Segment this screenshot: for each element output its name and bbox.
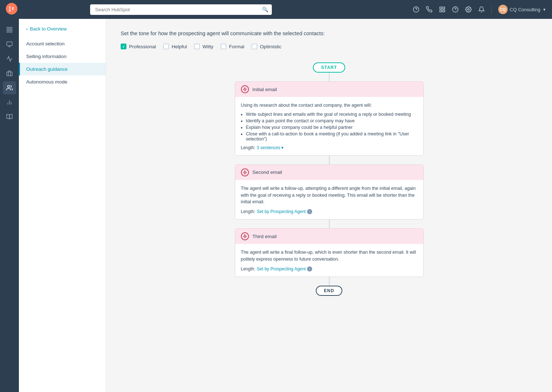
- tone-option-helpful[interactable]: Helpful: [163, 44, 187, 49]
- nav-divider: [491, 5, 492, 14]
- sidebar-item-outreach-guidance[interactable]: Outreach guidance: [19, 63, 106, 75]
- sidebar-icon-sales[interactable]: [3, 67, 16, 80]
- start-badge: START: [313, 62, 345, 73]
- end-badge: END: [316, 286, 342, 296]
- chevron-down-icon: ▼: [543, 8, 546, 12]
- svg-marker-24: [243, 87, 246, 91]
- third-email-info-icon[interactable]: i: [307, 266, 312, 271]
- tone-option-optimistic[interactable]: Optimistic: [251, 44, 281, 49]
- tone-option-professional[interactable]: Professional: [121, 44, 156, 49]
- sidebar-item-account-selection[interactable]: Account selection: [19, 37, 106, 50]
- tone-checkbox-optimistic[interactable]: [251, 44, 257, 49]
- third-email-card: Third email The agent will write a final…: [235, 228, 424, 277]
- search-container: 🔍: [90, 4, 272, 15]
- tone-checkbox-professional[interactable]: [121, 44, 126, 49]
- settings-icon[interactable]: [465, 6, 472, 13]
- svg-rect-19: [7, 72, 12, 76]
- chevron-down-small-icon: ▾: [281, 145, 283, 150]
- second-email-header: Second email: [235, 165, 423, 180]
- icon-sidebar: [0, 19, 19, 392]
- sidebar-icon-people[interactable]: [3, 81, 16, 94]
- initial-email-icon: [241, 85, 249, 93]
- back-link-label: Back to Overview: [30, 26, 67, 32]
- second-email-body: The agent will write a follow-up, attemp…: [235, 180, 423, 219]
- svg-point-0: [6, 3, 17, 15]
- svg-rect-7: [440, 10, 442, 12]
- phone-icon[interactable]: [426, 6, 432, 13]
- avatar: CQ: [498, 5, 508, 14]
- content-sidebar: ‹ Back to Overview Account selection Sel…: [19, 19, 106, 392]
- tone-checkbox-witty[interactable]: [194, 44, 200, 49]
- user-menu[interactable]: CQ CQ Consulting ▼: [498, 5, 546, 14]
- connector-1: [329, 73, 330, 81]
- bullet-3: Explain how your company could be a help…: [246, 125, 418, 130]
- top-navigation: 🔍 CQ CQ Consulting ▼: [0, 0, 552, 19]
- second-email-length: Length: Set by Prospecting Agent i: [241, 209, 418, 214]
- third-email-icon: [241, 232, 249, 240]
- tone-header: Set the tone for how the prospecting age…: [121, 30, 537, 36]
- tone-options: Professional Helpful Witty Formal Optimi…: [121, 44, 537, 49]
- initial-email-header: Initial email: [235, 82, 423, 97]
- second-email-info-icon[interactable]: i: [307, 209, 312, 214]
- initial-email-card: Initial email Using its research about t…: [235, 81, 424, 156]
- hubspot-logo[interactable]: [6, 3, 17, 16]
- bullet-4: Close with a call-to-action to book a me…: [246, 131, 418, 142]
- main-content: Set the tone for how the prospecting age…: [106, 19, 552, 392]
- bullet-1: Write subject lines and emails with the …: [246, 112, 418, 117]
- sidebar-icon-library[interactable]: [3, 110, 16, 123]
- svg-rect-5: [440, 7, 442, 9]
- second-email-icon: [241, 168, 249, 176]
- grid-icon[interactable]: [439, 6, 446, 13]
- user-name: CQ Consulting: [510, 7, 541, 12]
- initial-email-length: Length: 3 sentences ▾: [241, 145, 418, 150]
- connector-4: [329, 277, 330, 286]
- third-email-header: Third email: [235, 229, 423, 244]
- app-body: ‹ Back to Overview Account selection Sel…: [0, 19, 552, 392]
- second-email-title: Second email: [253, 170, 282, 175]
- initial-email-body: Using its research about the contact and…: [235, 97, 423, 155]
- sidebar-icon-contacts[interactable]: [3, 38, 16, 51]
- sidebar-icon-marketing[interactable]: [3, 52, 16, 65]
- third-email-length-value[interactable]: Set by Prospecting Agent: [257, 266, 306, 271]
- bullet-2: Identify a pain point the contact or com…: [246, 118, 418, 123]
- initial-email-length-link[interactable]: 3 sentences ▾: [257, 145, 284, 150]
- initial-email-title: Initial email: [253, 87, 277, 92]
- svg-marker-26: [243, 234, 246, 238]
- initial-email-bullets: Write subject lines and emails with the …: [246, 112, 418, 142]
- connector-3: [329, 220, 330, 228]
- question-icon[interactable]: [452, 6, 459, 13]
- svg-point-11: [467, 9, 469, 11]
- tone-option-witty[interactable]: Witty: [194, 44, 213, 49]
- chevron-left-icon: ‹: [26, 26, 28, 32]
- tone-option-formal[interactable]: Formal: [221, 44, 244, 49]
- third-email-body: The agent will write a final follow-up, …: [235, 244, 423, 277]
- second-email-text: The agent will write a follow-up, attemp…: [241, 185, 418, 205]
- topnav-right-icons: CQ CQ Consulting ▼: [413, 5, 546, 14]
- third-email-title: Third email: [253, 234, 277, 239]
- second-email-length-value[interactable]: Set by Prospecting Agent: [257, 209, 306, 214]
- svg-rect-8: [443, 10, 444, 12]
- second-email-card: Second email The agent will write a foll…: [235, 164, 424, 220]
- svg-rect-12: [7, 27, 9, 29]
- back-to-overview-link[interactable]: ‹ Back to Overview: [19, 26, 106, 37]
- svg-rect-16: [7, 42, 12, 46]
- search-icon: 🔍: [262, 7, 268, 12]
- svg-rect-13: [10, 27, 12, 29]
- sidebar-icon-reports[interactable]: [3, 96, 16, 109]
- search-input[interactable]: [90, 4, 272, 15]
- third-email-text: The agent will write a final follow-up, …: [241, 249, 418, 263]
- svg-rect-6: [443, 7, 444, 9]
- help-circle-icon[interactable]: [413, 6, 419, 13]
- sidebar-item-selling-information[interactable]: Selling information: [19, 50, 106, 63]
- tone-checkbox-helpful[interactable]: [163, 44, 169, 49]
- tone-checkbox-formal[interactable]: [221, 44, 226, 49]
- svg-rect-14: [7, 30, 9, 32]
- sidebar-item-autonomous-mode[interactable]: Autonomous mode: [19, 75, 106, 88]
- sidebar-icon-dashboard[interactable]: [3, 23, 16, 36]
- svg-rect-15: [10, 30, 12, 32]
- initial-email-intro: Using its research about the contact and…: [241, 102, 418, 109]
- bell-icon[interactable]: [478, 6, 485, 13]
- connector-2: [329, 156, 330, 164]
- svg-marker-25: [243, 171, 246, 174]
- svg-point-20: [8, 85, 10, 87]
